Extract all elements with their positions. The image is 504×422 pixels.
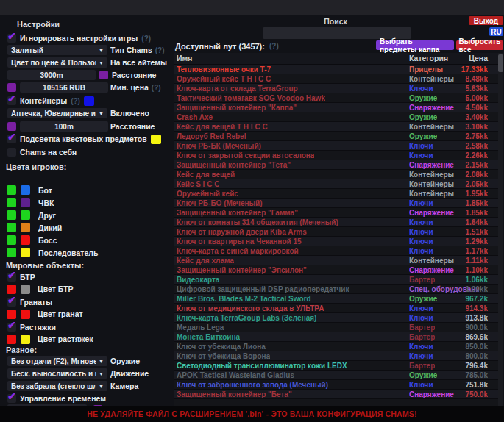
color-mode-dropdown[interactable]: Цвет по цене & Пользователь ▼ (7, 57, 107, 68)
table-row[interactable]: Ключ от комнаты 314 общежития (Меченый) … (174, 218, 498, 227)
loot-table: Имя Категория Цена Тепловизионные очки T… (174, 53, 498, 407)
table-row[interactable]: Ключ от квартиры на Чеканной 15 Ключи 1.… (174, 237, 498, 246)
item-price: 1.85kk (465, 199, 488, 207)
table-row[interactable]: Защищенный контейнер "Гамма" Снаряжение … (174, 208, 498, 218)
select-kappa-items-button[interactable]: Выбрать предметы каппа (376, 40, 454, 50)
table-row[interactable]: Монета Биткоина Бартер 869.6k (174, 332, 498, 342)
table-row[interactable]: Ключ РБ-БО (Меченый) Ключи 1.85kk (174, 199, 498, 208)
table-row[interactable]: Защищенный контейнер "Эпсилон" Снаряжени… (174, 265, 498, 275)
btr-color-swatch-2[interactable] (21, 285, 30, 294)
table-row[interactable]: Ключ-карта от склада TerraGroup Ключи 5.… (174, 84, 498, 93)
player-color-swatch-primary[interactable] (7, 223, 16, 232)
ignore-game-settings-checkbox[interactable] (7, 34, 16, 43)
table-row[interactable]: Ключ-карта с синей маркировкой Ключи 1.1… (174, 246, 498, 256)
color-mode-value: Цвет по цене & Пользователь (11, 59, 96, 67)
chams-type-dropdown[interactable]: Залитый ▼ (7, 45, 107, 55)
table-row[interactable]: Ключ РБ-БК (Меченый) Ключи 2.58kk (174, 141, 498, 151)
btr-color-swatch-1[interactable] (7, 285, 16, 294)
item-price: 913.8k (465, 314, 488, 322)
column-header-price[interactable]: Цена (469, 54, 488, 62)
table-row[interactable]: Ключ от убежища Лиона Ключи 850.0k (174, 342, 498, 351)
weapon-dropdown[interactable]: Без отдачи (F2), Мгновенное п ▼ (7, 356, 107, 366)
movement-dropdown[interactable]: Беск. выносливость и нет уста ▼ (7, 368, 107, 379)
loot-table-header: Имя Категория Цена (174, 53, 498, 65)
distance-input[interactable]: 3000m (7, 70, 96, 80)
player-color-swatch-secondary[interactable] (21, 248, 30, 257)
table-row[interactable]: Тактический томагавк SOG Voodoo Hawk Ору… (174, 93, 498, 103)
table-row[interactable]: Кейс для вещей Контейнеры 2.08kk (174, 170, 498, 179)
min-price-color-swatch[interactable] (7, 83, 16, 92)
tripwires-checkbox[interactable] (7, 323, 16, 332)
chams-self-checkbox[interactable] (7, 148, 16, 157)
exit-button[interactable]: Выход (469, 16, 503, 25)
column-header-name[interactable]: Имя (177, 54, 192, 62)
item-name: Ключ от заброшенного завода (Меченый) (177, 381, 328, 389)
player-color-swatch-secondary[interactable] (21, 223, 30, 232)
player-color-swatch-secondary[interactable] (21, 198, 30, 207)
ignore-game-settings-hint[interactable]: (?) (141, 35, 151, 43)
min-price-input[interactable]: 105156 RUB (20, 82, 108, 93)
player-color-swatch-secondary[interactable] (21, 185, 30, 195)
table-row[interactable]: Ключ от медицинского склада в УЛЬТРА Клю… (174, 304, 498, 313)
container-distance-color-swatch[interactable] (7, 122, 16, 131)
table-row[interactable]: Цифровой защищенный DSP радиопередатчик … (174, 285, 498, 294)
grenades-checkbox[interactable] (7, 298, 16, 307)
table-row[interactable]: Кейс для вещей T H I C C Контейнеры 3.10… (174, 122, 498, 132)
quest-highlight-color-swatch[interactable] (151, 135, 161, 144)
table-row[interactable]: Ключ-карта TerraGroup Labs (Зеленая) Клю… (174, 313, 498, 323)
tripwire-color-swatch-2[interactable] (21, 335, 30, 344)
containers-row: Контейнеры (?) (7, 96, 94, 106)
loot-counter-hint[interactable]: (?) (269, 42, 279, 50)
player-color-swatch-secondary[interactable] (21, 235, 30, 245)
tripwire-color-swatch-1[interactable] (7, 335, 16, 344)
player-color-swatch-primary[interactable] (7, 185, 16, 195)
table-row[interactable]: Ключ от наружной двери Kiba Arms Ключи 1… (174, 227, 498, 237)
category-filter-dropdown[interactable]: Аптечка, Ювелирные и... ▼ (7, 108, 107, 118)
table-row[interactable]: Ключ от заброшенного завода (Меченый) Кл… (174, 380, 498, 390)
column-header-category[interactable]: Категория (409, 54, 448, 62)
player-color-swatch-secondary[interactable] (21, 210, 30, 220)
table-row[interactable]: Ключ от убежища Ворона Ключи 800.0k (174, 351, 498, 361)
player-color-swatch-primary[interactable] (7, 235, 16, 245)
table-row[interactable]: Кейс для хлама Контейнеры 1.11kk (174, 256, 498, 265)
item-price: 750.0k (465, 390, 488, 398)
containers-color-swatch[interactable] (84, 96, 94, 106)
table-row[interactable]: Видеокарта Бартер 1.06kk (174, 275, 498, 285)
window-title-bar[interactable] (0, 0, 504, 15)
min-price-hint[interactable]: (?) (152, 84, 161, 92)
scrollbar-thumb[interactable] (498, 54, 503, 72)
table-row[interactable]: Медаль Lega Бартер 900.0k (174, 323, 498, 332)
item-name: Кейс для хлама (177, 257, 234, 265)
distance-color-swatch[interactable] (99, 71, 108, 79)
time-control-checkbox[interactable] (7, 394, 16, 403)
drop-all-button[interactable]: Выбросить все (456, 40, 503, 50)
table-row[interactable]: Защищенный контейнер "Тета" Снаряжение 2… (174, 160, 498, 170)
chams-type-hint[interactable]: (?) (155, 46, 165, 54)
table-row[interactable]: Тепловизионные очки T-7 Прицелы 17.33kk (174, 65, 498, 74)
table-row[interactable]: Светодиодный трансиллюминатор кожи LEDX … (174, 361, 498, 371)
player-color-swatch-primary[interactable] (7, 248, 16, 257)
table-row[interactable]: Crash Axe Оружие 3.40kk (174, 112, 498, 122)
containers-checkbox[interactable] (7, 96, 16, 105)
table-scrollbar[interactable] (498, 53, 503, 406)
container-distance-input[interactable]: 100m (20, 121, 108, 132)
player-color-swatch-primary[interactable] (7, 198, 16, 207)
table-row[interactable]: Ключ от закрытой секции автосалона Ключи… (174, 151, 498, 160)
table-row[interactable]: Защищенный контейнер "Каппа" Снаряжение … (174, 103, 498, 112)
language-button[interactable]: RU (489, 27, 503, 36)
grenade-color-swatch-1[interactable] (7, 310, 16, 319)
table-row[interactable]: Оружейный кейс Контейнеры 1.95kk (174, 189, 498, 199)
table-row[interactable]: Оружейный кейс T H I C C Контейнеры 8.48… (174, 74, 498, 84)
table-row[interactable]: Защищенный контейнер "Бета" Снаряжение 7… (174, 390, 498, 399)
table-row[interactable]: Кейс S I C C Контейнеры 2.05kk (174, 179, 498, 189)
table-row[interactable]: Miller Bros. Blades M-2 Tactical Sword О… (174, 294, 498, 304)
grenade-color-swatch-2[interactable] (21, 310, 30, 319)
item-category: Ключи (409, 352, 433, 360)
quest-highlight-checkbox[interactable] (7, 135, 16, 143)
table-row[interactable]: APOK Tactical Wasteland Gladius Оружие 7… (174, 371, 498, 380)
btr-checkbox[interactable] (7, 273, 16, 282)
containers-hint[interactable]: (?) (71, 97, 80, 105)
table-row[interactable]: Ледоруб Red Rebel Оружие 2.75kk (174, 132, 498, 141)
camera-dropdown[interactable]: Без забрала (стекло шлема) ▼ (7, 381, 107, 391)
player-color-swatch-primary[interactable] (7, 210, 16, 220)
